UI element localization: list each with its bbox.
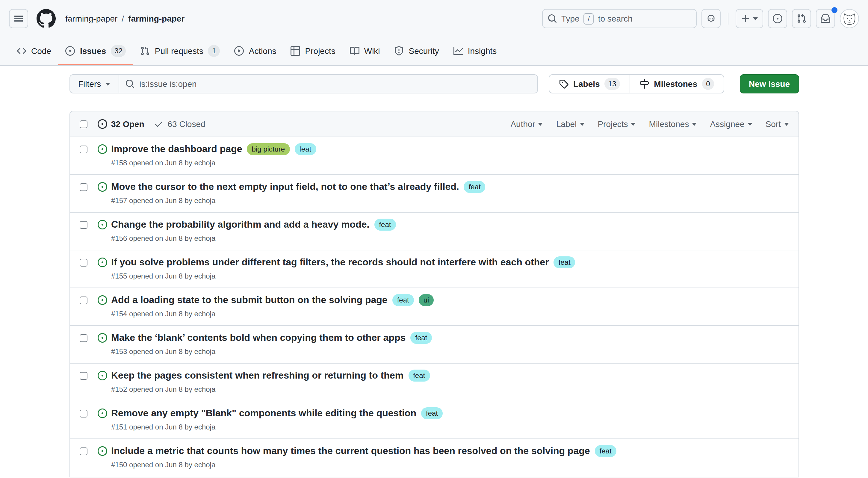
chevron-down-icon bbox=[784, 123, 788, 128]
labels-button[interactable]: Labels 13 bbox=[549, 75, 630, 93]
play-icon bbox=[235, 46, 244, 55]
issue-label[interactable]: ui bbox=[419, 294, 434, 306]
code-icon bbox=[17, 46, 26, 55]
issue-row: Improve the dashboard page big picture f… bbox=[70, 137, 798, 175]
breadcrumb-owner-link[interactable]: farming-paper bbox=[65, 14, 117, 23]
issue-title-link[interactable]: If you solve problems under different ta… bbox=[111, 256, 549, 268]
avatar-cat-sketch bbox=[840, 9, 859, 28]
milestones-button[interactable]: Milestones 0 bbox=[630, 75, 724, 93]
tab-label: Actions bbox=[249, 46, 276, 55]
tab-label: Wiki bbox=[364, 46, 380, 55]
github-logo[interactable] bbox=[36, 9, 56, 28]
tab-security[interactable]: Security bbox=[387, 37, 446, 65]
table-icon bbox=[291, 46, 301, 55]
tab-label: Pull requests bbox=[155, 46, 204, 55]
tab-pull-requests[interactable]: Pull requests 1 bbox=[133, 37, 227, 65]
issue-select-checkbox[interactable] bbox=[80, 259, 87, 266]
issue-label[interactable]: feat bbox=[410, 332, 432, 344]
create-new-button[interactable] bbox=[736, 9, 763, 28]
issue-title-link[interactable]: Add a loading state to the submit button… bbox=[111, 294, 388, 306]
tab-code[interactable]: Code bbox=[9, 37, 58, 65]
issue-title-link[interactable]: Make the ‘blank’ contents bold when copy… bbox=[111, 332, 406, 344]
open-issues-filter[interactable]: 32 Open bbox=[97, 119, 144, 129]
chevron-down-icon bbox=[748, 123, 752, 128]
issue-label[interactable]: feat bbox=[294, 143, 316, 155]
issue-select-checkbox[interactable] bbox=[80, 334, 87, 342]
closed-issues-filter[interactable]: 63 Closed bbox=[154, 119, 206, 129]
new-issue-button[interactable]: New issue bbox=[740, 74, 799, 93]
plus-icon bbox=[741, 14, 751, 23]
breadcrumb-separator: / bbox=[122, 14, 124, 23]
tab-label: Code bbox=[31, 46, 51, 55]
hamburger-menu-button[interactable] bbox=[9, 9, 28, 28]
tab-issues[interactable]: Issues 32 bbox=[58, 37, 133, 65]
issue-title-link[interactable]: Change the probability algorithm and add… bbox=[111, 219, 369, 231]
issue-select-checkbox[interactable] bbox=[80, 146, 87, 153]
issue-label[interactable]: feat bbox=[374, 219, 396, 231]
open-count-label: 32 Open bbox=[111, 119, 144, 129]
issue-title-link[interactable]: Move the cursor to the next empty input … bbox=[111, 181, 459, 193]
label-filter-dropdown[interactable]: Label bbox=[556, 119, 585, 129]
chevron-down-icon bbox=[692, 123, 697, 128]
milestones-filter-dropdown[interactable]: Milestones bbox=[649, 119, 697, 129]
issue-title-link[interactable]: Include a metric that counts how many ti… bbox=[111, 445, 590, 457]
assignee-filter-dropdown[interactable]: Assignee bbox=[710, 119, 752, 129]
sort-filter-dropdown[interactable]: Sort bbox=[766, 119, 788, 129]
breadcrumb-repo-link[interactable]: farming-paper bbox=[128, 14, 185, 23]
avatar[interactable] bbox=[840, 9, 859, 28]
issue-select-checkbox[interactable] bbox=[80, 221, 87, 229]
chevron-down-icon bbox=[580, 123, 584, 128]
inbox-wrapper bbox=[816, 9, 835, 28]
issues-list-header: 32 Open 63 Closed Author Label Projects … bbox=[70, 111, 798, 137]
issue-select-checkbox[interactable] bbox=[80, 296, 87, 304]
issues-dashboard-button[interactable] bbox=[768, 9, 787, 28]
issue-title-link[interactable]: Keep the pages consistent when refreshin… bbox=[111, 370, 403, 382]
issue-open-icon bbox=[97, 182, 107, 192]
tab-projects[interactable]: Projects bbox=[284, 37, 343, 65]
issues-search-input[interactable]: is:issue is:open bbox=[119, 74, 538, 93]
issue-label[interactable]: feat bbox=[464, 181, 486, 193]
issue-select-checkbox[interactable] bbox=[80, 183, 87, 191]
chevron-down-icon bbox=[753, 17, 758, 23]
tab-insights[interactable]: Insights bbox=[446, 37, 504, 65]
issue-select-checkbox[interactable] bbox=[80, 447, 87, 455]
issue-opened-icon bbox=[97, 119, 107, 129]
select-all-checkbox[interactable] bbox=[80, 120, 87, 128]
issue-open-icon bbox=[97, 220, 107, 229]
issue-title-link[interactable]: Improve the dashboard page bbox=[111, 143, 242, 155]
shield-icon bbox=[395, 46, 404, 55]
issue-opened-icon bbox=[773, 14, 782, 23]
author-filter-dropdown[interactable]: Author bbox=[510, 119, 543, 129]
hamburger-icon bbox=[14, 15, 23, 22]
search-icon bbox=[548, 14, 557, 23]
pull-requests-dashboard-button[interactable] bbox=[792, 9, 811, 28]
copilot-button[interactable] bbox=[702, 9, 721, 28]
issue-label[interactable]: feat bbox=[421, 407, 443, 419]
copilot-icon bbox=[706, 14, 716, 23]
milestones-label: Milestones bbox=[654, 79, 697, 89]
issue-label[interactable]: feat bbox=[595, 445, 616, 457]
labels-label: Labels bbox=[573, 79, 600, 89]
issues-count-badge: 32 bbox=[111, 44, 126, 57]
issue-label[interactable]: feat bbox=[392, 294, 414, 306]
octocat-mark-icon bbox=[36, 9, 56, 28]
tab-wiki[interactable]: Wiki bbox=[343, 37, 387, 65]
issue-label[interactable]: feat bbox=[554, 256, 576, 268]
issues-toolbar: Filters is:issue is:open Labels 13 bbox=[69, 74, 799, 93]
issue-title-link[interactable]: Remove any empty "Blank" components whil… bbox=[111, 407, 416, 419]
dropdown-label: Projects bbox=[597, 119, 628, 129]
issue-open-icon bbox=[97, 333, 107, 343]
issue-label[interactable]: feat bbox=[408, 370, 430, 382]
projects-filter-dropdown[interactable]: Projects bbox=[597, 119, 636, 129]
dropdown-label: Milestones bbox=[649, 119, 689, 129]
labels-count-badge: 13 bbox=[605, 78, 620, 90]
issue-meta: #153 opened on Jun 8 by echoja bbox=[111, 347, 788, 356]
global-search-input[interactable]: Type / to search bbox=[542, 9, 697, 28]
filters-dropdown-button[interactable]: Filters bbox=[69, 74, 119, 93]
issue-select-checkbox[interactable] bbox=[80, 372, 87, 380]
issue-label[interactable]: big picture bbox=[247, 143, 290, 155]
issue-select-checkbox[interactable] bbox=[80, 410, 87, 417]
tab-actions[interactable]: Actions bbox=[227, 37, 284, 65]
issue-row: Make the ‘blank’ contents bold when copy… bbox=[70, 326, 798, 363]
issue-row: Move the cursor to the next empty input … bbox=[70, 175, 798, 213]
